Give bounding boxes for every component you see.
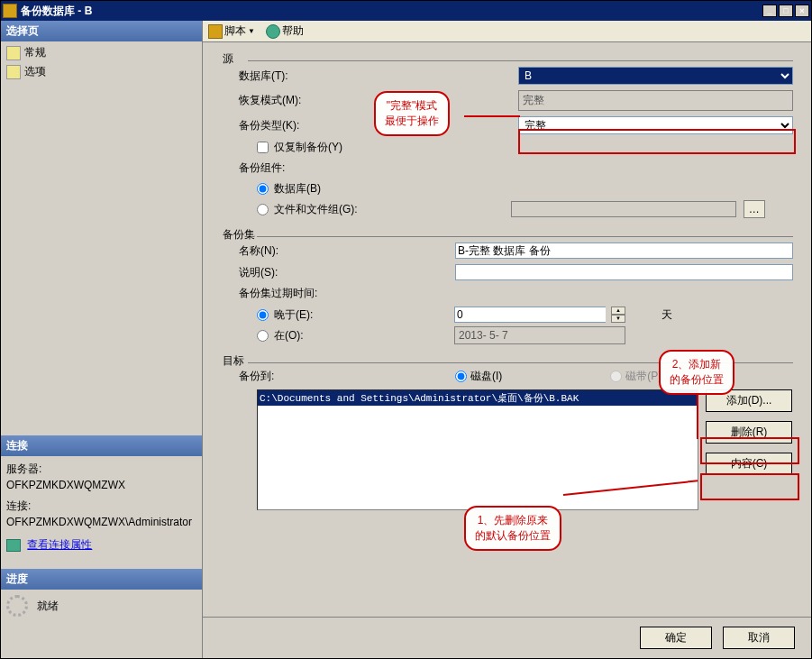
expire-label: 备份集过期时间:	[239, 286, 338, 301]
source-group-label: 源	[221, 51, 235, 67]
radio-disk[interactable]	[455, 371, 467, 382]
annotation-line	[464, 115, 520, 117]
backup-type-select[interactable]: 完整	[518, 116, 793, 134]
radio-filegroup-label: 文件和文件组(G):	[274, 202, 358, 217]
progress-status: 就绪	[37, 599, 59, 614]
server-label: 服务器:	[6, 462, 196, 477]
connection-icon	[6, 539, 21, 552]
sidebar: 选择页 常规 选项 连接 服务器: OFKPZMKDXWQMZWX 连接: OF…	[1, 21, 203, 658]
page-icon	[6, 46, 21, 60]
radio-database-label: 数据库(B)	[274, 181, 321, 197]
annotation-2: 2、添加新 的备份位置	[659, 350, 734, 395]
help-icon	[266, 24, 280, 39]
conn-label: 连接:	[6, 499, 196, 514]
on-date-value: 2013- 5- 7	[454, 326, 625, 344]
close-button[interactable]: ×	[795, 5, 809, 17]
copy-only-label: 仅复制备份(Y)	[274, 140, 342, 155]
sidebar-item-options[interactable]: 选项	[3, 62, 200, 81]
destination-listbox[interactable]: C:\Documents and Settings\Administrator\…	[257, 389, 698, 510]
database-select[interactable]: B	[518, 67, 793, 85]
script-icon	[208, 24, 223, 39]
name-input[interactable]	[455, 243, 793, 259]
component-label: 备份组件:	[239, 160, 338, 176]
contents-button[interactable]: 内容(C)	[706, 453, 792, 475]
recovery-label: 恢复模式(M):	[239, 93, 338, 108]
remove-button[interactable]: 删除(R)	[706, 421, 792, 444]
destination-item[interactable]: C:\Documents and Settings\Administrator\…	[258, 390, 698, 406]
desc-input[interactable]	[455, 264, 793, 280]
window-title: 备份数据库 - B	[21, 4, 762, 19]
annotation-line	[697, 390, 698, 439]
ok-button[interactable]: 确定	[640, 627, 712, 649]
radio-database[interactable]	[257, 183, 269, 195]
days-unit: 天	[661, 307, 672, 323]
radio-after[interactable]	[257, 309, 269, 321]
recovery-value: 完整	[518, 90, 793, 111]
radio-on-label: 在(O):	[274, 328, 346, 343]
conn-value: OFKPZMKDXWQMZWX\Administrator	[6, 516, 196, 528]
view-connection-link[interactable]: 查看连接属性	[27, 538, 92, 551]
select-page-header: 选择页	[1, 21, 202, 41]
backupset-group-label: 备份集	[221, 227, 257, 243]
radio-on[interactable]	[257, 330, 269, 342]
connection-header: 连接	[1, 435, 202, 456]
after-days-input[interactable]	[454, 307, 606, 323]
radio-filegroup[interactable]	[257, 204, 269, 215]
sidebar-item-general[interactable]: 常规	[3, 43, 200, 62]
minimize-button[interactable]: _	[762, 5, 777, 17]
server-value: OFKPZMKDXWQMZWX	[6, 479, 196, 491]
script-button[interactable]: 脚本 ▼	[208, 23, 255, 39]
annotation-1: "完整"模式 最便于操作	[374, 91, 450, 136]
backup-to-label: 备份到:	[239, 369, 338, 384]
connection-section: 服务器: OFKPZMKDXWQMZWX 连接: OFKPZMKDXWQMZWX…	[1, 456, 202, 560]
bottom-bar: 确定 取消	[203, 617, 811, 658]
main-panel: 脚本 ▼ 帮助 源 数据库(T): B	[203, 21, 811, 658]
sidebar-item-label: 选项	[24, 64, 46, 79]
app-icon	[3, 4, 17, 18]
toolbar: 脚本 ▼ 帮助	[203, 21, 811, 42]
spin-up-button[interactable]: ▲	[611, 307, 625, 315]
copy-only-checkbox[interactable]	[257, 142, 269, 153]
database-label: 数据库(T):	[239, 69, 338, 84]
spin-down-button[interactable]: ▼	[611, 315, 625, 323]
annotation-3: 1、先删除原来 的默认备份位置	[464, 506, 561, 551]
name-label: 名称(N):	[239, 243, 338, 259]
radio-disk-label: 磁盘(I)	[470, 369, 502, 384]
help-button[interactable]: 帮助	[266, 23, 304, 39]
destination-group-label: 目标	[221, 353, 246, 369]
radio-tape	[610, 371, 622, 382]
sidebar-item-label: 常规	[24, 45, 46, 60]
page-icon	[6, 65, 21, 79]
maximize-button[interactable]: □	[779, 5, 793, 17]
progress-header: 进度	[1, 569, 202, 590]
backup-type-label: 备份类型(K):	[239, 118, 338, 133]
radio-tape-label: 磁带(P)	[625, 369, 661, 384]
filegroup-value	[511, 201, 736, 217]
filegroup-browse-button[interactable]: …	[744, 200, 765, 218]
radio-after-label: 晚于(E):	[274, 307, 346, 323]
desc-label: 说明(S):	[239, 265, 338, 280]
dialog-window: 备份数据库 - B _ □ × 选择页 常规 选项 连接 服务器:	[0, 0, 812, 659]
chevron-down-icon: ▼	[248, 27, 255, 35]
titlebar[interactable]: 备份数据库 - B _ □ ×	[1, 1, 811, 21]
progress-spinner-icon	[6, 595, 28, 617]
cancel-button[interactable]: 取消	[723, 627, 795, 649]
